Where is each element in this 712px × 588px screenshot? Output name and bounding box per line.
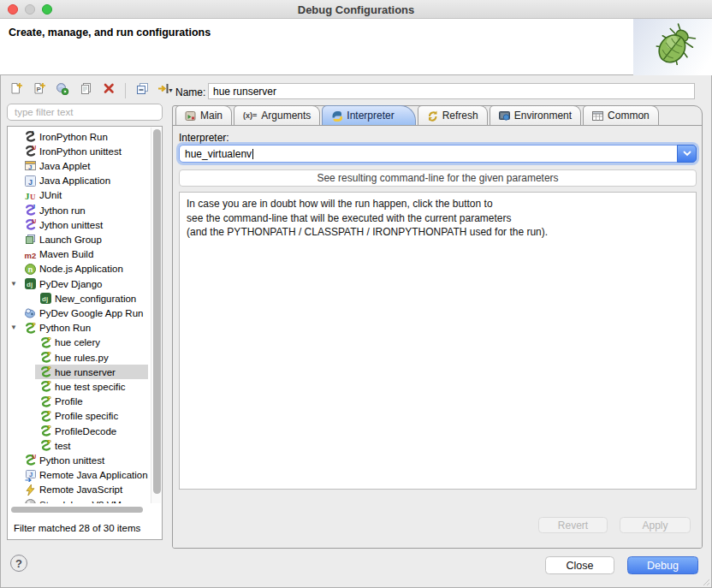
export-configurations-button[interactable] xyxy=(52,81,73,100)
ironpython-run-icon: I xyxy=(24,130,37,143)
tree-item-label: IronPython unittest xyxy=(39,146,122,157)
configurations-tree[interactable]: IIronPython RunUIronPython unittestJJava… xyxy=(7,126,163,540)
python-run-icon: P xyxy=(39,395,52,408)
jython-unittest-icon: U xyxy=(24,218,37,231)
tree-item-label: Jython unittest xyxy=(39,220,103,230)
tree-item-ironpython-run[interactable]: IIronPython Run xyxy=(8,129,150,144)
duplicate-button[interactable] xyxy=(75,81,96,100)
see-command-line-button[interactable]: See resulting command-line for the given… xyxy=(179,169,697,187)
tree-item-python-unittest[interactable]: UPython unittest xyxy=(8,453,150,467)
help-button[interactable]: ? xyxy=(10,555,27,572)
tree-item-hue-runserver[interactable]: Phue runserver xyxy=(8,365,150,379)
scrollbar-thumb[interactable] xyxy=(11,507,143,513)
tree-item-hue-celery[interactable]: Phue celery xyxy=(8,336,150,350)
tab-refresh[interactable]: Refresh xyxy=(418,105,488,125)
interpreter-label: Interpreter: xyxy=(179,132,229,144)
svg-text:I: I xyxy=(33,130,34,136)
tab-label: Arguments xyxy=(261,110,311,122)
tab-main[interactable]: Main xyxy=(175,105,232,125)
scrollbar-thumb[interactable] xyxy=(153,129,161,494)
launch-group-icon xyxy=(24,233,37,246)
tab-arguments[interactable]: (x)=Arguments xyxy=(234,105,320,125)
close-button[interactable]: Close xyxy=(545,556,614,574)
filter-input[interactable] xyxy=(7,104,163,121)
svg-text:U: U xyxy=(33,218,37,224)
tree-item-ironpython-unittest[interactable]: UIronPython unittest xyxy=(8,144,150,158)
tree-item-hue-rules-py[interactable]: Phue rules.py xyxy=(8,350,150,365)
header-banner: Create, manage, and run configurations xyxy=(0,19,712,75)
tree-item-jython-run[interactable]: JJython run xyxy=(8,203,150,217)
tree-item-profiledecode[interactable]: PProfileDecode xyxy=(8,424,150,438)
debug-configurations-dialog: Debug Configurations Create, manage, and… xyxy=(0,0,712,588)
filter-configurations-button[interactable]: ▼ xyxy=(155,81,175,100)
java-applet-icon: J xyxy=(24,159,37,172)
tree-item-test[interactable]: Ptest xyxy=(8,438,150,453)
tree-item-label: Python unittest xyxy=(39,455,104,466)
tab-interpreter[interactable]: Interpreter xyxy=(322,105,415,125)
remote-java-icon: J xyxy=(24,469,37,482)
debug-button[interactable]: Debug xyxy=(627,556,698,574)
svg-text:m2: m2 xyxy=(25,250,37,259)
expand-toggle[interactable]: ▼ xyxy=(10,324,17,331)
name-label: Name: xyxy=(175,86,205,98)
tree-item-java-applet[interactable]: JJava Applet xyxy=(8,158,150,173)
expand-toggle[interactable]: ▼ xyxy=(10,280,17,288)
tree-item-pydev-google-app-run[interactable]: PyDev Google App Run xyxy=(8,306,150,320)
svg-text:P: P xyxy=(48,336,52,342)
tree-item-pydev-django[interactable]: ▼djPyDev Django xyxy=(8,276,150,291)
tree-item-node-js-application[interactable]: nNode.js Application xyxy=(8,262,150,276)
junit-icon: JU xyxy=(24,189,37,202)
tree-item-junit[interactable]: JUJUnit xyxy=(8,188,150,203)
python-run-icon: P xyxy=(39,380,52,393)
tab-common[interactable]: Common xyxy=(583,105,659,125)
python-run-icon: P xyxy=(39,439,52,452)
python-unittest-icon: U xyxy=(24,454,37,466)
tree-item-java-application[interactable]: JJava Application xyxy=(8,174,150,188)
title-bar[interactable]: Debug Configurations xyxy=(0,0,712,19)
tree-item-launch-group[interactable]: Launch Group xyxy=(8,232,150,246)
tab-folder: Main(x)=ArgumentsInterpreterRefreshEnvir… xyxy=(172,105,703,549)
tree-item-jython-unittest[interactable]: UJython unittest xyxy=(8,217,150,232)
tree-horizontal-scrollbar[interactable] xyxy=(9,506,148,514)
tree-item-maven-build[interactable]: m2Maven Build xyxy=(8,247,150,262)
configurations-toolbar: P▼ xyxy=(6,80,175,101)
tree-item-python-run[interactable]: ▼PPython Run xyxy=(8,321,150,336)
tree-vertical-scrollbar[interactable] xyxy=(151,128,161,503)
tab-environment[interactable]: Environment xyxy=(490,105,581,125)
svg-text:P: P xyxy=(48,380,52,386)
collapse-all-button[interactable] xyxy=(132,81,152,100)
svg-text:U: U xyxy=(33,454,37,460)
tree-item-standalone-v8-vm[interactable]: Standalone V8 VM xyxy=(8,497,150,503)
tree-item-remote-javascript[interactable]: Remote JavaScript xyxy=(8,483,150,497)
dropdown-arrow-icon: ▼ xyxy=(168,87,174,93)
apply-button[interactable]: Apply xyxy=(620,517,691,533)
svg-text:P: P xyxy=(33,322,37,328)
new-prototype-button[interactable]: P xyxy=(29,81,50,100)
tree-item-profile-specific[interactable]: PProfile specific xyxy=(8,409,150,424)
tree-item-label: Remote JavaScript xyxy=(39,484,122,495)
svg-text:J: J xyxy=(33,204,36,210)
tree-item-label: JUnit xyxy=(39,190,62,200)
revert-button[interactable]: Revert xyxy=(538,517,608,533)
jython-run-icon: J xyxy=(24,204,37,217)
name-input[interactable] xyxy=(208,83,695,99)
toolbar-separator xyxy=(125,83,126,98)
resize-grip[interactable] xyxy=(702,578,710,586)
tree-item-label: Maven Build xyxy=(39,249,93,259)
interpreter-value: hue_virtualenv xyxy=(185,148,252,160)
tree-item-label: hue rules.py xyxy=(55,353,109,363)
tree-item-new-configuration[interactable]: djNew_configuration xyxy=(8,291,150,306)
svg-text:P: P xyxy=(48,410,52,416)
tree-item-profile[interactable]: PProfile xyxy=(8,395,150,409)
new-configuration-button[interactable] xyxy=(6,81,27,100)
new-config-icon xyxy=(9,82,23,98)
interpreter-combo[interactable]: hue_virtualenv xyxy=(179,145,697,163)
python-run-icon: P xyxy=(24,322,37,335)
delete-button[interactable] xyxy=(98,81,119,100)
tree-item-label: Java Applet xyxy=(39,161,90,171)
svg-text:P: P xyxy=(48,365,52,371)
tree-item-remote-java-application[interactable]: JRemote Java Application xyxy=(8,468,150,483)
tree-item-hue-test-specific[interactable]: Phue test specific xyxy=(8,379,150,394)
duplicate-icon xyxy=(80,82,92,98)
combo-dropdown-button[interactable] xyxy=(677,145,697,163)
